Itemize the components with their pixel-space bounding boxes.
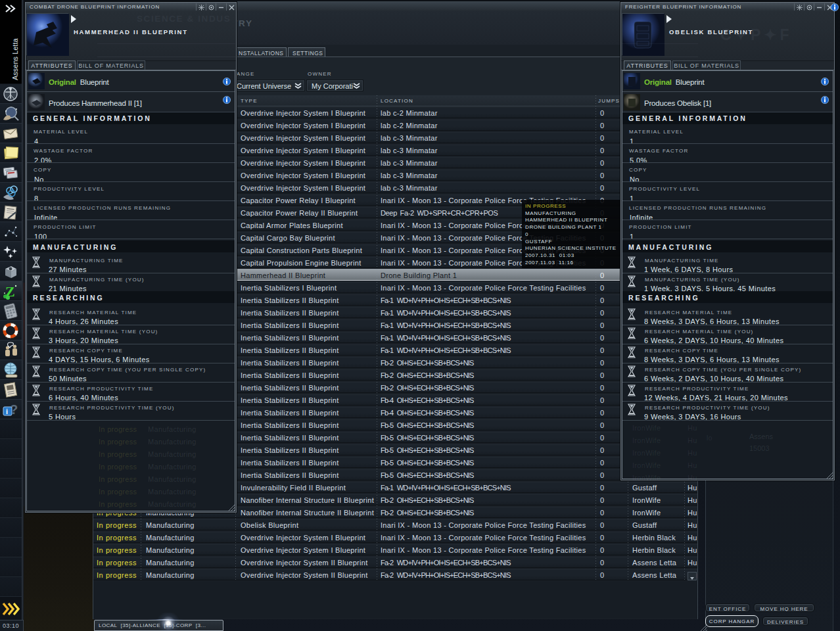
- svg-text:i: i: [6, 407, 8, 415]
